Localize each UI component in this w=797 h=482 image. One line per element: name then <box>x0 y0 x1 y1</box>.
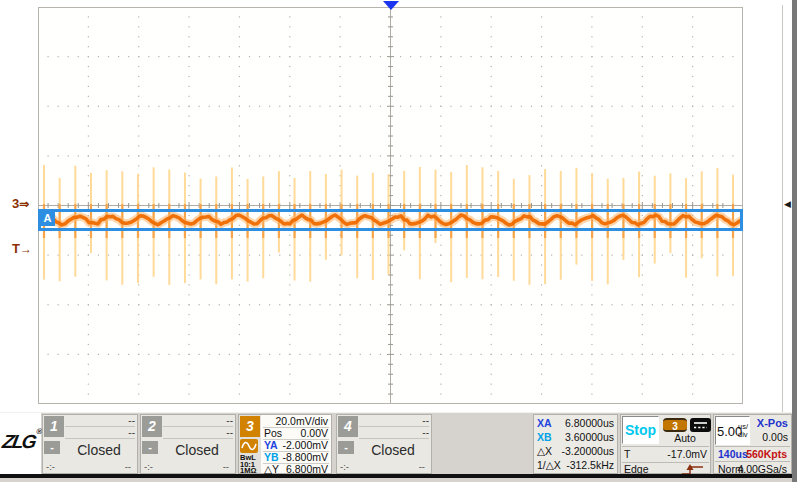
delta-x-label: △X <box>537 444 552 459</box>
trigger-coupling-icon[interactable] <box>690 418 711 432</box>
position-label: Pos <box>264 427 282 439</box>
acquisition-state-button[interactable]: Stop <box>622 416 659 444</box>
cursor-xa-label: XA <box>537 416 552 431</box>
trigger-level-value: -17.0mV <box>667 448 707 461</box>
channel1-value-row1: -- <box>65 415 135 427</box>
inverse-delta-x-label: 1/△X <box>537 458 561 473</box>
position-value: 0.00V <box>301 427 328 439</box>
timebase-unit-bottom: div <box>738 430 748 439</box>
rail-position-arrow-icon[interactable]: ◀ <box>784 199 791 209</box>
channel3-panel[interactable]: 3 BwL 10:1 1MΩ 20.0mV/div Pos 0.00V YA <box>238 414 332 474</box>
channel2-minus-badge: - <box>142 441 158 454</box>
trigger-sweep-mode[interactable]: Auto <box>660 432 710 444</box>
trigger-position-marker[interactable] <box>383 1 399 10</box>
channel2-value-row2: -- <box>163 427 233 439</box>
cursor-xb-value: 3.60000us <box>565 430 614 445</box>
channel4-number-badge: 4 <box>338 416 358 437</box>
channel1-value-row2: -- <box>65 427 135 439</box>
record-length-time: 140us <box>718 448 748 461</box>
status-bar: ZLG® 1 -- -- - Closed -:- -- 2 -- -- - C… <box>0 412 792 475</box>
channel2-number-badge: 2 <box>142 416 162 437</box>
channel1-panel[interactable]: 1 -- -- - Closed -:- -- <box>42 414 138 474</box>
channel4-status: Closed <box>355 442 431 458</box>
cursor-yb-value: -8.800mV <box>282 451 328 463</box>
channel3-readouts: 20.0mV/div Pos 0.00V YA -2.000mV YB -8.8… <box>261 415 331 473</box>
channel3-icon-column: 3 BwL 10:1 1MΩ <box>239 415 261 473</box>
cursor-ya-value: -2.000mV <box>282 439 328 451</box>
right-rail <box>782 5 783 473</box>
x-position-value: 0.00s <box>762 431 788 443</box>
channel1-minus-badge: - <box>44 441 60 454</box>
record-length-points: 560Kpts <box>746 448 787 461</box>
trigger-panel[interactable]: Stop 3 Auto T -17.0mV Edge <box>620 414 711 474</box>
timebase-panel[interactable]: 5.00 us/ div X-Pos 0.00s 140us 560Kpts N… <box>713 414 792 474</box>
channel3-number-badge: 3 <box>240 416 260 437</box>
cursor-yb-label: YB <box>264 451 279 463</box>
oscilloscope-app-window: A 3⇒ T→ ◀ ZLG® 1 -- -- - Closed -:- -- 2 <box>0 0 797 482</box>
channel4-minus-badge: - <box>338 441 354 454</box>
window-edge <box>792 0 797 482</box>
channel2-panel[interactable]: 2 -- -- - Closed -:- -- <box>140 414 236 474</box>
logo-area: ZLG® <box>0 413 41 475</box>
x-position-label: X-Pos <box>757 417 788 429</box>
cursor-a-handle[interactable]: A <box>40 210 55 226</box>
trigger-level-marker[interactable]: T→ <box>12 242 38 257</box>
trigger-marker-label: T <box>12 241 20 256</box>
channel1-number-badge: 1 <box>44 416 64 437</box>
channel3-scale: 20.0mV/div <box>275 415 328 427</box>
channel3-marker-arrow-icon: ⇒ <box>19 197 29 211</box>
delta-x-value: -3.20000us <box>561 444 614 459</box>
cursor-ya-label: YA <box>264 439 278 451</box>
channel2-value-row1: -- <box>163 415 233 427</box>
channel4-value-row1: -- <box>359 415 429 427</box>
channel2-extra: -- <box>223 461 229 472</box>
timebase-scale-box[interactable]: 5.00 us/ div <box>715 416 750 445</box>
trigger-marker-arrow-icon: → <box>20 242 32 256</box>
cursor-measurement-panel[interactable]: XA 6.80000us XB 3.60000us △X -3.20000us … <box>533 414 618 474</box>
sine-wave-icon <box>240 439 258 453</box>
zlg-logo: ZLG® <box>1 427 43 453</box>
inverse-delta-x-value: -312.5kHz <box>566 458 614 473</box>
channel1-extra: -- <box>125 461 131 472</box>
channel2-coupling: -:- <box>144 461 153 472</box>
cursor-xb-label: XB <box>537 430 552 445</box>
timebase-unit: us/ div <box>738 423 748 438</box>
channel3-zero-level-marker[interactable]: 3⇒ <box>12 197 38 212</box>
waveform-canvas <box>38 7 743 404</box>
logo-text: ZLG <box>1 431 37 452</box>
cursor-xa-value: 6.80000us <box>565 416 614 431</box>
channel2-status: Closed <box>159 442 235 458</box>
channel3-probe-specs: BwL 10:1 1MΩ <box>240 455 256 475</box>
channel4-coupling: -:- <box>340 461 349 472</box>
channel4-value-row2: -- <box>359 427 429 439</box>
trigger-source-badge[interactable]: 3 <box>663 418 687 432</box>
channel4-extra: -- <box>419 461 425 472</box>
channel4-panel[interactable]: 4 -- -- - Closed -:- -- <box>336 414 432 474</box>
waveform-display: A <box>38 7 743 404</box>
channel1-coupling: -:- <box>46 461 55 472</box>
window-footer <box>0 478 792 482</box>
trigger-level-label: T <box>624 448 630 461</box>
channel1-status: Closed <box>61 442 137 458</box>
